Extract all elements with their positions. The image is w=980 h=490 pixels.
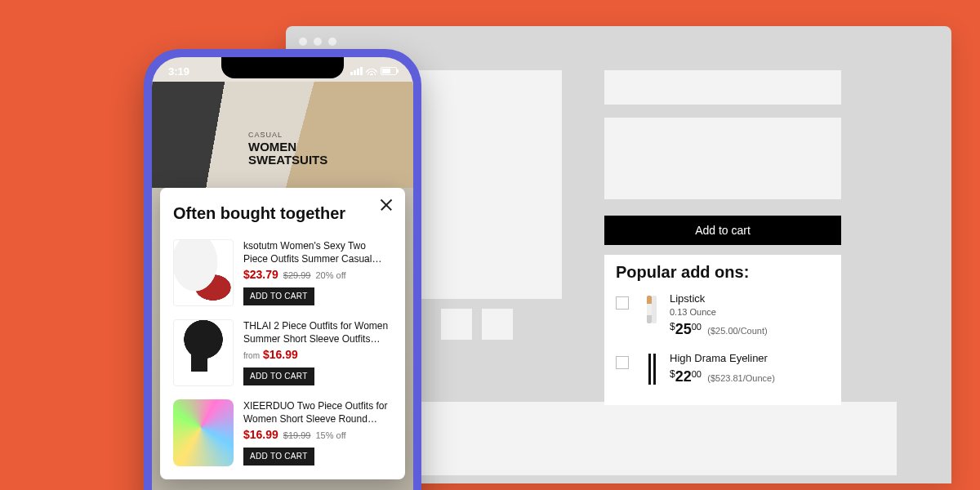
addon-name: Lipstick <box>670 292 768 306</box>
lipstick-icon <box>647 296 652 323</box>
addon-row: High Drama Eyeliner $2200 ($523.81/Ounce… <box>616 348 830 395</box>
window-dot[interactable] <box>299 38 307 46</box>
price-now: $16.99 <box>243 427 278 443</box>
wireframe-thumbnail <box>441 309 472 340</box>
price-line: $16.99 $19.99 15% off <box>243 427 392 443</box>
wifi-icon <box>366 67 377 75</box>
addon-row: Lipstick 0.13 Ounce $2500 ($25.00/Count) <box>616 288 830 348</box>
add-to-cart-button[interactable]: Add to cart <box>604 216 841 245</box>
product-thumbnail[interactable] <box>173 319 234 386</box>
add-to-cart-button[interactable]: ADD TO CART <box>243 287 314 305</box>
product-name[interactable]: THLAI 2 Piece Outfits for Women Summer S… <box>243 319 392 345</box>
add-to-cart-button[interactable]: ADD TO CART <box>243 368 314 385</box>
product-name[interactable]: XIEERDUO Two Piece Outfits for Women Sho… <box>243 399 392 425</box>
hero-banner: CASUAL WOMENSWEATSUITS <box>152 82 413 188</box>
addon-checkbox[interactable] <box>616 296 629 310</box>
price-was: $19.99 <box>283 430 311 442</box>
addon-subtitle: 0.13 Ounce <box>670 306 768 318</box>
battery-icon <box>381 67 397 75</box>
phone-frame: 3:19 CASUAL WOMENSWEATSUITS Often bought… <box>144 49 421 490</box>
addon-price: $2500 ($25.00/Count) <box>670 319 768 339</box>
status-time: 3:19 <box>168 65 189 78</box>
addon-price: $2200 ($523.81/Ounce) <box>670 367 775 386</box>
price-now: $23.79 <box>243 267 278 283</box>
add-to-cart-button[interactable]: ADD TO CART <box>243 448 314 466</box>
popular-addons-panel: Popular add ons: Lipstick 0.13 Ounce $25… <box>604 255 841 405</box>
price-now: $16.99 <box>263 347 298 363</box>
product-thumbnail[interactable] <box>173 239 234 306</box>
product-row: THLAI 2 Piece Outfits for Women Summer S… <box>173 313 392 393</box>
addon-checkbox[interactable] <box>616 356 629 369</box>
addon-name: High Drama Eyeliner <box>670 351 775 366</box>
price-line: from $16.99 <box>243 347 392 363</box>
price-was: $29.99 <box>283 270 311 282</box>
banner-headline: WOMENSWEATSUITS <box>248 140 327 167</box>
window-dot[interactable] <box>314 38 322 46</box>
window-dot[interactable] <box>328 38 336 46</box>
price-from-label: from <box>243 350 260 362</box>
product-row: XIEERDUO Two Piece Outfits for Women Sho… <box>173 393 392 473</box>
product-name[interactable]: ksotutm Women's Sexy Two Piece Outfits S… <box>243 239 392 265</box>
addon-thumbnail <box>637 292 662 327</box>
cellular-signal-icon <box>350 67 363 75</box>
price-discount: 15% off <box>315 430 345 442</box>
addons-title: Popular add ons: <box>616 263 830 282</box>
addon-thumbnail <box>637 351 662 387</box>
wireframe-thumbnail <box>482 309 513 340</box>
product-row: ksotutm Women's Sexy Two Piece Outfits S… <box>173 233 392 313</box>
eyeliner-icon <box>648 354 651 385</box>
popup-title: Often bought together <box>173 204 392 223</box>
price-line: $23.79 $29.99 20% off <box>243 267 392 283</box>
close-icon[interactable] <box>377 196 395 214</box>
banner-tag: CASUAL <box>248 131 283 139</box>
bought-together-popup: Often bought together ksotutm Women's Se… <box>160 188 405 479</box>
product-thumbnail[interactable] <box>173 399 234 466</box>
phone-notch <box>221 57 344 78</box>
phone-screen: 3:19 CASUAL WOMENSWEATSUITS Often bought… <box>152 57 413 490</box>
window-controls[interactable] <box>299 38 336 46</box>
wireframe-desc-block <box>604 118 841 199</box>
wireframe-title-block <box>604 70 841 105</box>
price-discount: 20% off <box>315 270 345 282</box>
